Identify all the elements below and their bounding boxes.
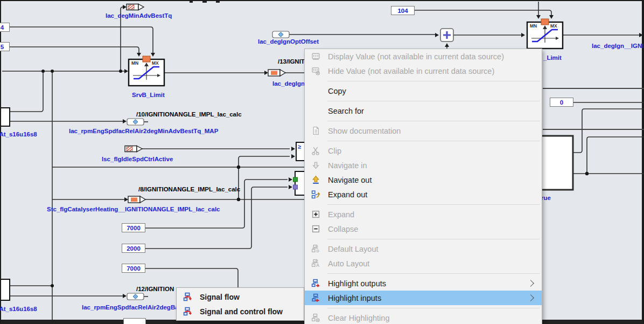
output-port-iac-degignbase[interactable] bbox=[268, 70, 285, 76]
highlight-inputs-submenu: Signal flowSignal and control flow bbox=[176, 287, 304, 321]
input-block-bottom-left[interactable] bbox=[1, 279, 10, 300]
const-7000-a[interactable]: 7000 bbox=[122, 223, 145, 232]
menu-separator bbox=[305, 78, 542, 84]
menu-item-highlight-outputs[interactable]: Highlight outputs bbox=[305, 276, 542, 291]
label-isc-flgidlespdctrlactive: Isc_flgIdleSpdCtrlActive bbox=[102, 156, 173, 163]
const-2000[interactable]: 2000 bbox=[122, 244, 145, 253]
signal-flow-icon bbox=[181, 292, 193, 302]
app-window: Iac_degMinAdvBestTqIac_degIgnOptOffset/1… bbox=[0, 0, 644, 324]
menu-item-label: Signal and control flow bbox=[200, 307, 304, 316]
label-true-partial: rue bbox=[541, 195, 551, 202]
menu-item-collapse[interactable]: Collapse bbox=[305, 222, 542, 236]
const-4[interactable]: 4 bbox=[0, 23, 10, 32]
menu-item-navigate-out[interactable]: Navigate out bbox=[305, 173, 542, 187]
menu-item-label: Show documentation bbox=[328, 127, 542, 135]
menu-item-copy[interactable]: Copy bbox=[305, 84, 542, 98]
menu-item-label: Search for bbox=[328, 107, 542, 115]
menu-item-signal-flow[interactable]: Signal flow bbox=[177, 289, 304, 304]
display-value-icon bbox=[310, 52, 321, 61]
menu-item-navigate-in[interactable]: Navigate in bbox=[305, 158, 542, 173]
label-cat-top: cAt_s16u16s8 bbox=[0, 131, 37, 138]
menu-item-label: Collapse bbox=[328, 225, 542, 233]
menu-item-clip[interactable]: Clip bbox=[305, 143, 542, 158]
menu-item-label: Navigate in bbox=[328, 161, 542, 170]
expand-out-icon bbox=[310, 190, 321, 199]
label-iac-degminadvbesttq: Iac_degMinAdvBestTq bbox=[106, 12, 172, 19]
map-port-degbase[interactable] bbox=[127, 293, 144, 300]
menu-item-label: Expand out bbox=[328, 190, 542, 199]
signal-and-control-flow-icon bbox=[181, 307, 193, 316]
menu-separator bbox=[305, 138, 542, 143]
label-cat-bottom: cAt_s16u16s8 bbox=[0, 306, 37, 313]
label-mn-1: MN bbox=[131, 61, 138, 66]
menu-separator bbox=[305, 118, 542, 123]
menu-item-label: Highlight inputs bbox=[328, 294, 528, 302]
submenu-chevron-icon bbox=[527, 294, 534, 301]
menu-item-label: Highlight outputs bbox=[328, 279, 528, 288]
menu-item-default-layout[interactable]: DDefault Layout bbox=[305, 242, 542, 256]
menu-item-highlight-inputs[interactable]: Highlight inputs bbox=[305, 291, 542, 305]
port-iac-degignoptoffset[interactable] bbox=[272, 31, 289, 38]
highlight-inputs-icon bbox=[310, 293, 321, 303]
subsystem-block-partial[interactable] bbox=[293, 171, 305, 195]
sum-block[interactable] bbox=[440, 29, 453, 42]
menu-item-label: Clear Highlighting bbox=[328, 314, 542, 322]
menu-item-label: Expand bbox=[328, 210, 542, 219]
menu-item-label: Display Value (not available in current … bbox=[328, 52, 542, 61]
menu-item-label: Default Layout bbox=[328, 245, 542, 253]
menu-separator bbox=[305, 98, 542, 104]
label-path-12: /12/IGNITION bbox=[136, 286, 174, 293]
output-port-iac-degminadvbesttq[interactable] bbox=[127, 4, 144, 10]
menu-item-label: Signal flow bbox=[200, 293, 304, 301]
collapse-icon bbox=[310, 224, 321, 234]
menu-separator bbox=[305, 271, 542, 276]
clip-icon bbox=[310, 146, 321, 156]
label-comparator-glyph: ≥ bbox=[298, 143, 301, 150]
output-port-stc-flgcatalyserheating[interactable] bbox=[128, 196, 145, 203]
menu-item-label: Copy bbox=[328, 87, 542, 95]
menu-item-expand[interactable]: Expand bbox=[305, 207, 542, 222]
menu-item-show-documentation[interactable]: Show documentation bbox=[305, 123, 542, 138]
menu-item-search-for[interactable]: Search for bbox=[305, 104, 542, 118]
menu-item-label: Auto Layout bbox=[328, 259, 542, 268]
label-path-13: /13/IGNIT bbox=[278, 58, 305, 65]
map-port-minadvbesttq[interactable] bbox=[127, 119, 144, 125]
menu-item-label: Clip bbox=[328, 147, 542, 155]
const-0[interactable]: 0 bbox=[550, 98, 573, 107]
label-map-minadvbesttq: Iac_rpmEngSpdfacRelAir2degMinAdvBestTq_M… bbox=[69, 128, 218, 135]
empty-icon bbox=[310, 106, 321, 116]
const-partial-bottom[interactable] bbox=[123, 318, 146, 324]
label-mx-1: MX bbox=[152, 61, 159, 66]
const-104[interactable]: 104 bbox=[391, 6, 415, 15]
svg-text:A: A bbox=[316, 263, 319, 268]
label-path-8: /8/IGNITIONANGLE_IMPL_Iac_calc bbox=[138, 186, 240, 193]
menu-separator bbox=[305, 236, 542, 242]
label-srvb-limit: SrvB_Limit bbox=[132, 92, 165, 99]
clear-highlighting-icon bbox=[310, 313, 321, 323]
context-menu: Display Value (not available in current … bbox=[304, 49, 542, 324]
menu-item-hide-value[interactable]: Hide Value (not available in current dat… bbox=[305, 64, 542, 78]
menu-separator bbox=[305, 305, 542, 311]
menu-item-auto-layout[interactable]: AAuto Layout bbox=[305, 256, 542, 271]
expand-icon bbox=[310, 210, 321, 219]
const-5[interactable]: 5 bbox=[0, 42, 10, 51]
input-block-top-left[interactable] bbox=[1, 108, 10, 126]
menu-item-clear-highlighting[interactable]: Clear Highlighting bbox=[305, 311, 542, 324]
label-iac-degignoptoffset: Iac_degIgnOptOffset bbox=[258, 38, 319, 45]
output-port-isc-flgidlespdctrlactive[interactable] bbox=[125, 146, 142, 152]
label-map-degbase: Iac_rpmEngSpdfacRelAir2degBase bbox=[82, 304, 185, 311]
menu-item-display-value[interactable]: Display Value (not available in current … bbox=[305, 49, 542, 64]
highlight-outputs-icon bbox=[310, 279, 321, 288]
menu-item-signal-and-control-flow[interactable]: Signal and control flow bbox=[177, 304, 304, 319]
label-stc-flgcatalyserheating: Stc_flgCatalyserHeating__IGNITIONANGLE_I… bbox=[47, 206, 220, 213]
label-mn-2: MN bbox=[530, 24, 537, 29]
const-7000-b[interactable]: 7000 bbox=[122, 264, 145, 273]
label-path-10: /10/IGNITIONANGLE_IMPL_Iac_calc bbox=[136, 111, 242, 118]
submenu-chevron-icon bbox=[527, 280, 534, 287]
svg-text:D: D bbox=[316, 249, 319, 253]
label-mx-2: MX bbox=[550, 24, 557, 29]
label-iac-degign-ignit: Iac_degIgn__IGNIT bbox=[592, 43, 644, 50]
menu-item-expand-out[interactable]: Expand out bbox=[305, 187, 542, 202]
auto-layout-icon: A bbox=[310, 259, 321, 268]
label-limit-partial: _Limit bbox=[543, 54, 562, 61]
